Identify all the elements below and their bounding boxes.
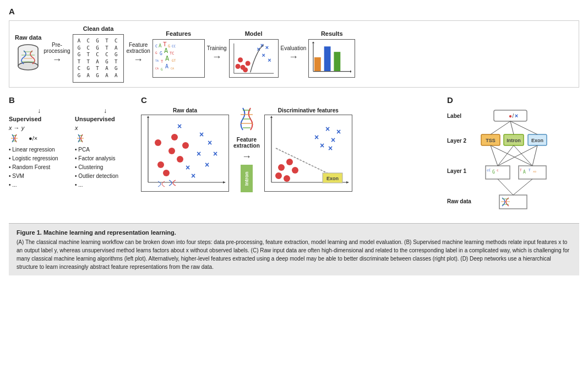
svg-point-2	[18, 62, 38, 70]
svg-text:TC: TC	[170, 51, 174, 56]
svg-point-80	[286, 159, 293, 165]
unsupervised-label: Unsupervised	[75, 116, 135, 122]
svg-line-122	[510, 121, 537, 134]
c-intron-label: Intron	[241, 165, 253, 192]
step-clean-data: Clean data A C G T C G C G T A G T C C G…	[73, 25, 124, 83]
section-a-label: A	[9, 7, 15, 16]
svg-text:×: ×	[325, 125, 330, 133]
svg-point-56	[168, 148, 175, 154]
preprocessing-arrow: Pre-processing →	[43, 42, 70, 66]
b-unsupervised: ↓ Unsupervised x	[75, 107, 135, 190]
svg-marker-54	[147, 116, 149, 118]
feature-extraction-arrow: Featureextraction →	[126, 42, 150, 66]
svg-point-27	[245, 61, 250, 66]
step-results: Results	[308, 30, 355, 78]
svg-line-129	[498, 179, 513, 195]
svg-text:G: G	[161, 67, 163, 71]
arrow-icon-2: →	[133, 54, 143, 66]
svg-point-57	[163, 170, 170, 176]
c-left-scatter: × × × × × × × ×	[141, 115, 229, 192]
step-raw-data: Raw data	[15, 34, 41, 73]
training-arrow: Training →	[207, 45, 227, 63]
svg-text:×: ×	[336, 127, 341, 136]
svg-text:GT: GT	[172, 58, 176, 62]
svg-text:T: T	[529, 168, 531, 172]
svg-text:×: ×	[197, 149, 201, 158]
svg-text:Exon: Exon	[531, 138, 543, 143]
feature-extraction-label: Featureextraction	[233, 137, 260, 149]
arrow-icon-4: →	[288, 51, 298, 63]
svg-line-127	[498, 145, 537, 166]
svg-marker-53	[223, 181, 226, 183]
svg-line-126	[514, 145, 532, 166]
supervised-methods: Linear regression Logistic regression Ra…	[9, 145, 69, 190]
svg-text:CC: CC	[172, 44, 176, 48]
svg-text:G: G	[160, 51, 162, 56]
svg-text:Label: Label	[447, 113, 461, 119]
main-container: A Raw data	[0, 0, 588, 275]
svg-line-128	[532, 145, 537, 166]
svg-point-59	[155, 139, 161, 146]
svg-text:cC: cC	[487, 168, 491, 172]
svg-text:G: G	[168, 44, 170, 48]
svg-text:CA: CA	[171, 67, 174, 70]
results-box	[308, 39, 355, 78]
svg-text:×: ×	[328, 144, 333, 153]
svg-text:TA: TA	[155, 59, 159, 62]
svg-point-58	[177, 156, 183, 163]
model-label: Model	[245, 30, 263, 37]
svg-text:G: G	[492, 170, 495, 175]
svg-point-29	[243, 67, 248, 72]
model-box: × × × × ×	[229, 39, 279, 78]
svg-text:Intron: Intron	[507, 138, 521, 143]
raw-data-icon	[15, 43, 41, 73]
c-right-scatter: × × × × × × Exon	[264, 115, 352, 192]
step-features: Features C A T G CC G G A TC TA	[153, 30, 205, 78]
svg-text:×: ×	[515, 112, 518, 119]
svg-text:CA: CA	[155, 67, 159, 70]
caption-text: (A) The classical machine learning workf…	[17, 238, 571, 271]
svg-text:×: ×	[186, 163, 190, 172]
svg-line-120	[491, 121, 510, 134]
preprocessing-label: Pre-processing	[43, 42, 70, 54]
svg-text:Exon: Exon	[326, 176, 339, 181]
svg-text:×: ×	[320, 141, 324, 150]
svg-point-55	[157, 161, 164, 168]
svg-text:×: ×	[199, 130, 204, 139]
caption-title: Figure 1. Machine learning and represent…	[17, 228, 571, 237]
svg-marker-77	[346, 181, 349, 183]
svg-text:/: /	[513, 113, 514, 119]
supervised-icons: ●/×	[9, 133, 69, 143]
clean-data-box: A C G T C G C G T A G T C C G T T A G T …	[73, 34, 124, 83]
features-box: C A T G CC G G A TC TA T A GT CA	[153, 39, 205, 78]
svg-text:Raw data: Raw data	[447, 198, 471, 204]
supervised-label: Supervised	[9, 116, 69, 122]
b-supervised: ↓ Supervised x → y ●/	[9, 107, 69, 190]
svg-text:×: ×	[208, 138, 212, 147]
c-raw-label: Raw data	[173, 107, 197, 113]
section-b-label: B	[9, 95, 15, 105]
svg-text:T: T	[520, 168, 522, 172]
svg-marker-78	[270, 116, 273, 118]
svg-line-130	[513, 179, 532, 195]
svg-text:A: A	[164, 47, 168, 55]
evaluation-arrow: Evaluation →	[281, 45, 307, 63]
data-table: A C G T C G C G T A G T C C G T T A G T …	[78, 37, 119, 79]
svg-text:A: A	[165, 63, 168, 69]
svg-text:A: A	[165, 55, 170, 62]
caption: Figure 1. Machine learning and represent…	[9, 223, 579, 276]
section-c-label: C	[141, 95, 147, 105]
unsupervised-methods: PCA Factor analysis Clustering Outlier d…	[75, 145, 135, 190]
svg-rect-116	[499, 195, 527, 209]
d-network-diagram: Label ● / × Layer 2 TSS Intron	[447, 107, 579, 219]
svg-text:×: ×	[314, 133, 319, 142]
b-columns: ↓ Supervised x → y ●/	[9, 107, 135, 190]
svg-line-121	[510, 121, 514, 134]
c-feature-extraction: Featureextraction → Intron	[233, 107, 260, 192]
c-discriminative-label: Discriminative features	[278, 107, 339, 113]
features-label: Features	[166, 30, 191, 37]
svg-text:c: c	[497, 168, 499, 172]
svg-text:Layer 1: Layer 1	[447, 168, 466, 174]
svg-point-82	[292, 167, 298, 174]
svg-point-83	[284, 175, 290, 182]
